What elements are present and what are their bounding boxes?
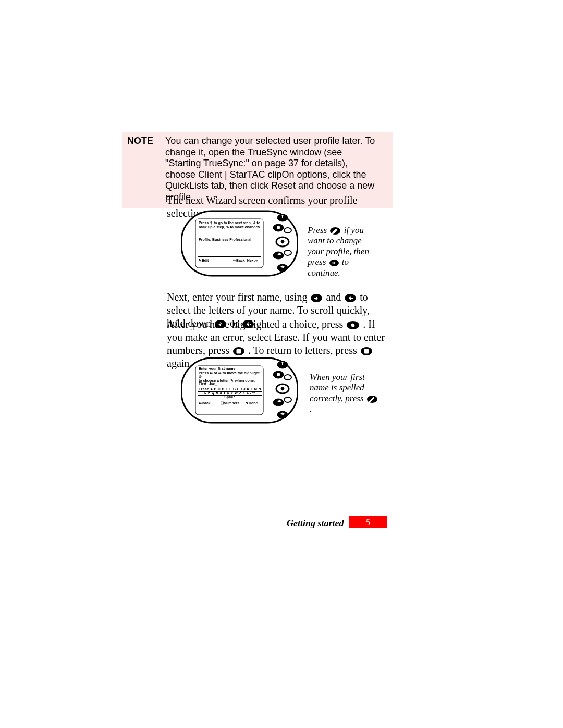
dev1-profile: Profile: Business Professional — [199, 238, 251, 242]
menu-icon — [361, 347, 372, 355]
svg-point-22 — [284, 397, 291, 402]
dev1-line1: Press ⇧ to go to the next step, ⇩ to — [199, 221, 260, 225]
svg-point-7 — [273, 252, 284, 259]
dev1-edit: ✎Edit — [199, 258, 209, 263]
svg-point-8 — [284, 250, 291, 255]
svg-rect-13 — [364, 349, 369, 353]
svg-rect-24 — [277, 373, 280, 376]
svg-point-23 — [277, 411, 288, 418]
page: NOTE You can change your selected user p… — [0, 0, 563, 728]
caption-2: When your first name is spelled correctl… — [310, 372, 380, 415]
dev2-row2: O P Q R S T U V W X Y Z . ↵ Space — [198, 391, 262, 396]
dev2-back: ⇦Back — [199, 401, 211, 405]
footer-section-title: Getting started — [287, 518, 344, 529]
svg-point-21 — [273, 399, 284, 406]
select-icon — [347, 321, 359, 329]
dev2-numbers: ☐Numbers — [221, 401, 239, 405]
dev2-first: First: Joe_ — [199, 382, 217, 386]
device-figure-1: Press ⇧ to go to the next step, ⇩ to bac… — [181, 209, 298, 277]
svg-point-20 — [281, 387, 284, 390]
dev1-backnext: ⇦Back–Next⇨ — [233, 258, 258, 263]
svg-point-9 — [277, 264, 288, 272]
caption-1: Press if you want to change your profile… — [308, 225, 375, 278]
footer-page-number: 5 — [349, 516, 387, 528]
edit-icon — [367, 396, 377, 403]
svg-point-18 — [284, 375, 291, 380]
dev2-done: ✎Done — [246, 401, 258, 405]
menu-icon — [233, 347, 244, 355]
right-arrow-icon — [311, 294, 322, 302]
note-body: You can change your selected user profil… — [165, 135, 379, 203]
device-figure-2: Enter your first name. Press ⇦ or ⇨ to m… — [181, 356, 298, 424]
svg-rect-12 — [237, 349, 241, 353]
edit-icon — [330, 227, 340, 235]
svg-point-4 — [284, 228, 291, 233]
dev2-l2: Press ⇦ or ⇨ to move the highlight, ⊙ — [199, 371, 261, 379]
right-arrow-icon — [329, 260, 339, 266]
dev1-line2: back up a step, ✎ to make changes. — [199, 225, 261, 229]
svg-point-11 — [351, 324, 354, 327]
dev2-l1: Enter your first name. — [199, 367, 236, 371]
svg-point-6 — [281, 240, 284, 243]
left-arrow-icon — [345, 294, 356, 302]
note-label: NOTE — [127, 135, 163, 147]
svg-rect-10 — [277, 226, 280, 229]
